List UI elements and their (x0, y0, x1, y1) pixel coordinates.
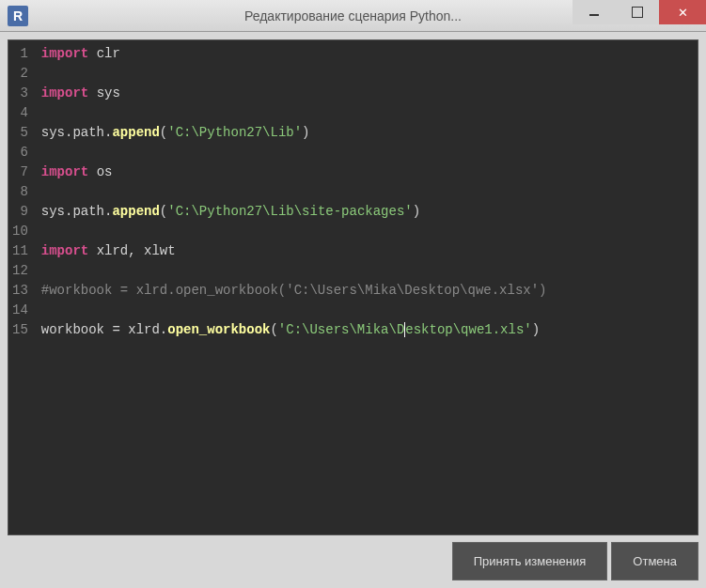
code-token: ( (160, 125, 167, 140)
code-token: 'C:\Python27\Lib' (167, 125, 302, 140)
code-token: ) (413, 204, 420, 219)
code-line[interactable] (41, 261, 690, 281)
line-number: 9 (12, 202, 28, 222)
line-number: 6 (12, 143, 28, 162)
code-line[interactable] (41, 103, 690, 123)
line-number: 15 (12, 320, 28, 340)
code-line[interactable]: sys.path.append('C:\Python27\Lib') (41, 123, 690, 143)
line-number: 7 (12, 162, 28, 182)
code-line[interactable]: workbook = xlrd.open_workbook('C:\Users\… (41, 320, 690, 340)
line-gutter: 123456789101112131415 (8, 40, 34, 534)
line-number: 10 (12, 222, 28, 241)
code-token: 'C:\Python27\Lib\site-packages' (167, 204, 412, 219)
code-line[interactable]: #workbook = xlrd.open_workbook('C:\Users… (41, 281, 690, 301)
code-token: ( (270, 322, 277, 337)
code-token: esktop\qwe1.xls' (405, 322, 531, 337)
line-number: 4 (12, 103, 28, 123)
code-token: sys.path. (41, 204, 113, 219)
code-line[interactable]: import sys (41, 84, 690, 103)
line-number: 5 (12, 123, 28, 143)
titlebar[interactable]: R Редактирование сценария Python... (0, 0, 706, 32)
code-line[interactable] (41, 64, 690, 84)
code-line[interactable]: import os (41, 162, 690, 182)
maximize-button[interactable] (616, 0, 659, 24)
close-button[interactable] (659, 0, 706, 24)
code-token: import (41, 164, 88, 179)
code-token: #workbook = xlrd.open_workbook('C:\Users… (41, 283, 547, 298)
code-token: ( (160, 204, 167, 219)
code-line[interactable] (41, 222, 690, 241)
code-token: import (41, 46, 88, 61)
code-line[interactable]: import xlrd, xlwt (41, 241, 690, 261)
line-number: 2 (12, 64, 28, 84)
line-number: 12 (12, 261, 28, 281)
code-token: ) (302, 125, 309, 140)
code-token: clr (88, 46, 120, 61)
line-number: 11 (12, 241, 28, 261)
code-token: append (112, 204, 159, 219)
code-line[interactable] (41, 143, 690, 162)
code-token: os (88, 164, 112, 179)
code-line[interactable]: import clr (41, 44, 690, 64)
line-number: 13 (12, 281, 28, 301)
code-line[interactable] (41, 301, 690, 320)
accept-button[interactable]: Принять изменения (452, 542, 608, 580)
minimize-button[interactable] (573, 0, 616, 24)
code-editor[interactable]: 123456789101112131415 import clrimport s… (8, 39, 698, 535)
editor-window: R Редактирование сценария Python... 1234… (0, 0, 706, 588)
code-token: 'C:\Users\Mika\D (278, 322, 404, 337)
code-token: workbook = xlrd. (41, 322, 167, 337)
code-line[interactable] (41, 182, 690, 202)
window-title: Редактирование сценария Python... (244, 8, 462, 23)
line-number: 14 (12, 301, 28, 320)
cancel-button[interactable]: Отмена (611, 542, 698, 580)
code-area[interactable]: import clrimport syssys.path.append('C:\… (34, 40, 698, 534)
window-controls (573, 0, 706, 24)
line-number: 8 (12, 182, 28, 202)
code-token: append (112, 125, 159, 140)
app-icon: R (8, 6, 28, 26)
code-token: sys.path. (41, 125, 113, 140)
code-token: import (41, 243, 88, 258)
code-token: sys (88, 85, 120, 101)
button-bar: Принять изменения Отмена (452, 542, 698, 580)
line-number: 3 (12, 84, 28, 103)
code-token: xlrd, xlwt (88, 243, 175, 258)
code-line[interactable]: sys.path.append('C:\Python27\Lib\site-pa… (41, 202, 690, 222)
code-token: open_workbook (167, 322, 270, 337)
code-token: import (41, 85, 88, 101)
line-number: 1 (12, 44, 28, 64)
code-token: ) (532, 322, 540, 337)
